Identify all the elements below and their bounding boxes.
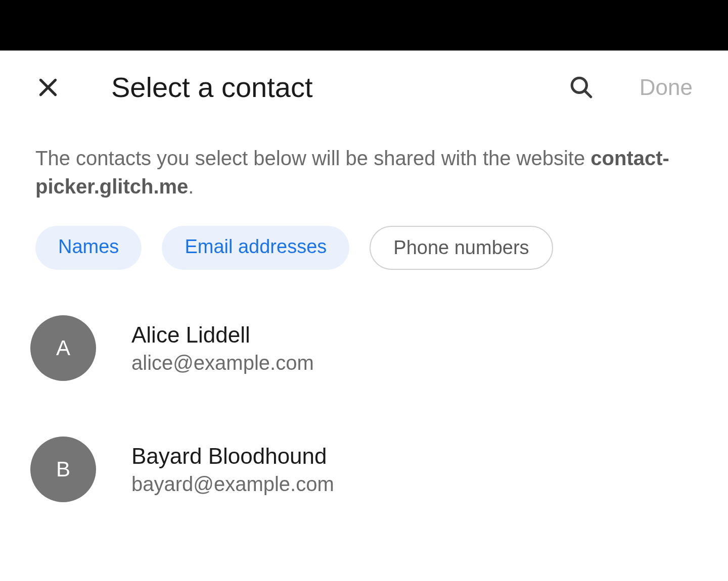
contact-email: alice@example.com — [131, 352, 314, 374]
contact-item[interactable]: A Alice Liddell alice@example.com — [30, 300, 698, 396]
contact-name: Bayard Bloodhound — [131, 444, 334, 469]
contact-info: Alice Liddell alice@example.com — [131, 322, 314, 374]
status-bar — [0, 0, 728, 51]
close-button[interactable] — [35, 75, 61, 100]
chip-phone-numbers[interactable]: Phone numbers — [370, 226, 553, 270]
chip-names[interactable]: Names — [35, 226, 142, 270]
filter-chips: Names Email addresses Phone numbers — [0, 226, 728, 300]
done-button[interactable]: Done — [640, 75, 693, 100]
description-suffix: . — [188, 175, 194, 198]
contact-name: Alice Liddell — [131, 322, 314, 348]
contact-item[interactable]: B Bayard Bloodhound bayard@example.com — [30, 421, 698, 517]
avatar: B — [30, 437, 96, 502]
svg-line-3 — [585, 91, 590, 96]
avatar: A — [30, 315, 96, 381]
search-icon — [569, 75, 594, 100]
close-icon — [35, 75, 61, 100]
share-description: The contacts you select below will be sh… — [0, 124, 728, 226]
contact-list: A Alice Liddell alice@example.com B Baya… — [0, 300, 728, 517]
search-button[interactable] — [569, 75, 594, 100]
page-title: Select a contact — [111, 71, 549, 104]
contact-email: bayard@example.com — [131, 473, 334, 496]
chip-email-addresses[interactable]: Email addresses — [162, 226, 349, 270]
contact-info: Bayard Bloodhound bayard@example.com — [131, 444, 334, 496]
description-prefix: The contacts you select below will be sh… — [35, 147, 590, 169]
header: Select a contact Done — [0, 51, 728, 124]
